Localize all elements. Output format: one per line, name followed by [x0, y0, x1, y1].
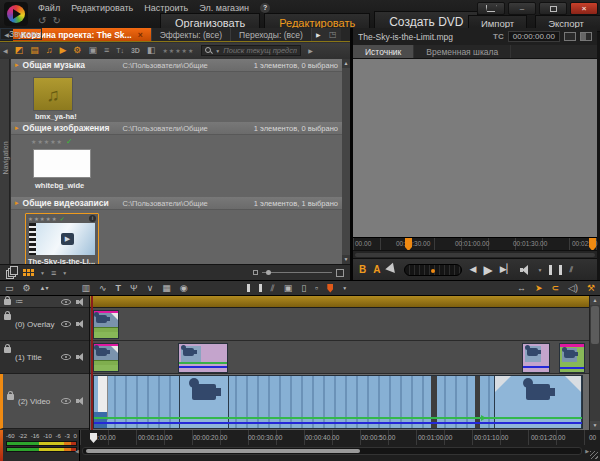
rating-stars-icon[interactable]: ★★★★★ — [31, 138, 63, 145]
zoom-in-icon[interactable] — [336, 269, 344, 277]
video-transition-clip[interactable] — [494, 376, 582, 428]
split-clip-icon[interactable]: ⫽ — [569, 266, 573, 274]
a-roll-button[interactable]: A — [373, 264, 380, 275]
loop-icon[interactable]: ⊂ — [551, 284, 559, 293]
toolbar-back-icon[interactable]: ◀ — [3, 48, 8, 54]
camera-snapshot-icon[interactable]: ▣ — [284, 284, 293, 293]
gear-icon[interactable]: ⚙ — [23, 284, 31, 293]
image-item-thumbnail[interactable] — [33, 149, 91, 178]
scroll-left-icon[interactable]: ◀ — [75, 448, 79, 455]
search-icon[interactable] — [205, 47, 212, 54]
audio-mixer-icon[interactable]: ▥ — [82, 284, 91, 293]
tab-transitions[interactable]: Переходы: (все) — [231, 28, 312, 41]
speaker-icon[interactable] — [76, 320, 85, 328]
trash-icon[interactable]: ▯ — [301, 284, 306, 293]
preview-screen[interactable] — [353, 59, 597, 237]
film-icon[interactable]: ▦ — [162, 284, 171, 293]
rating-stars-icon[interactable]: ★★★★★ — [28, 216, 58, 222]
search-input[interactable] — [223, 46, 297, 55]
track-header-video[interactable]: (2) Video — [0, 374, 89, 429]
minimize-button[interactable]: – — [508, 2, 536, 15]
timeline-vscrollbar[interactable]: ▲ ▼ — [589, 296, 600, 430]
play-overlay-icon[interactable]: ▶ — [61, 233, 74, 245]
preview-scrollbar[interactable] — [353, 250, 597, 258]
tag-filter-icon[interactable]: ◧ — [147, 46, 156, 55]
search-expand-icon[interactable]: ▶ — [308, 48, 313, 54]
track-header-title[interactable]: (1) Title — [0, 341, 89, 374]
magnet-snap-icon[interactable]: ∿ — [99, 284, 107, 293]
speaker-icon[interactable] — [76, 353, 85, 361]
lock-icon[interactable] — [4, 299, 11, 305]
navigation-strip[interactable]: Navigation — [0, 59, 10, 264]
scroll-up-icon[interactable]: ▲ — [590, 296, 600, 305]
thumbnail-view-dropdown-icon[interactable]: ▼ — [40, 270, 45, 276]
voiceover-mic-icon[interactable]: Ψ — [130, 284, 138, 293]
title-clip-1[interactable] — [93, 343, 119, 372]
title-clip-2[interactable] — [178, 343, 228, 373]
lock-icon[interactable] — [7, 394, 14, 400]
title-editor-icon[interactable]: T — [116, 284, 122, 293]
volume-keyframe-line[interactable] — [94, 417, 582, 419]
opacity-line[interactable] — [94, 422, 582, 424]
track-size-dropdown-icon[interactable]: ▲▾ — [40, 285, 49, 291]
next-frame-button[interactable]: ▶▏ — [500, 265, 514, 274]
projects-icon[interactable]: ⚙ — [73, 46, 81, 55]
3d-filter-icon[interactable]: 3D — [131, 47, 140, 54]
grab-frame-icon[interactable]: ▫ — [315, 284, 318, 293]
timeline-hscrollbar[interactable]: ◀ ▶ — [82, 447, 582, 455]
scroll-right-icon[interactable]: ▶ — [585, 448, 589, 455]
lock-icon[interactable] — [4, 347, 11, 353]
wrench-settings-icon[interactable]: ⚒ — [587, 284, 595, 293]
photos-icon[interactable]: ▤ — [30, 46, 39, 55]
lane-overlay[interactable] — [90, 308, 589, 341]
disc-menu-icon[interactable]: ◉ — [180, 284, 188, 293]
import-media-icon[interactable]: ◩ — [15, 46, 24, 55]
vscroll-handle[interactable] — [591, 306, 599, 344]
view-options-icon[interactable]: ≡ — [104, 46, 109, 55]
menu-file[interactable]: Файл — [38, 3, 60, 13]
timeline-scrub-bar[interactable] — [90, 296, 589, 308]
timeline-playhead[interactable] — [91, 296, 93, 430]
eye-icon[interactable] — [61, 398, 71, 404]
undo-icon[interactable]: ↺ — [38, 15, 46, 26]
scroll-up-icon[interactable]: ▲ — [342, 59, 350, 68]
dual-preview-icon[interactable] — [580, 32, 592, 41]
zoom-out-icon[interactable] — [253, 270, 258, 275]
lane-title[interactable] — [90, 341, 589, 374]
track-header-overlay[interactable]: (0) Overlay — [0, 308, 89, 341]
speaker-icon[interactable] — [76, 397, 85, 405]
tab-timeline-preview[interactable]: Временная шкала — [414, 45, 511, 58]
tab-source[interactable]: Источник — [353, 45, 414, 58]
info-icon[interactable]: i — [89, 215, 96, 222]
close-button[interactable]: × — [570, 2, 598, 15]
scenes-icon[interactable] — [6, 267, 17, 279]
videos-icon[interactable]: ▶ — [59, 46, 66, 55]
list-view-dropdown-icon[interactable]: ▼ — [62, 270, 67, 276]
overlay-clip[interactable] — [93, 310, 119, 339]
tab-effects[interactable]: Эффекты: (все) — [152, 28, 231, 41]
thumbnail-view-button[interactable] — [23, 269, 34, 276]
send-to-timeline-icon[interactable]: ➤ — [535, 284, 543, 293]
lane-video[interactable] — [90, 374, 589, 430]
add-marker-icon[interactable] — [327, 284, 333, 293]
library-scrollbar[interactable]: ▲ ▼ — [342, 59, 350, 264]
menu-edit[interactable]: Редактировать — [71, 3, 133, 13]
track-list-icon[interactable]: ≔ — [15, 297, 23, 306]
timeline-settings-icon[interactable]: ▭ — [5, 284, 14, 293]
popout-icon[interactable]: ◳ — [325, 28, 341, 41]
timeline-ruler[interactable]: 0:00.00 00:00:10.00 00:00:20.00 00:00:30… — [80, 430, 600, 445]
tab-scroll-right-icon[interactable]: ▶ — [312, 28, 325, 41]
browse-folder-icon[interactable]: ▣ — [88, 46, 97, 55]
section-header-videos[interactable]: ▸ Общие видеозаписи C:\Пользователи\Общи… — [11, 197, 342, 210]
eye-icon[interactable] — [61, 321, 71, 327]
list-view-button[interactable]: ≡ — [51, 268, 56, 278]
tab-sound[interactable]: Звуковые — [0, 28, 42, 40]
video-item-selected[interactable]: ★★★★★ ✓ i ▶ The-Sky-is-the-Li... — [25, 213, 99, 264]
section-expand-icon[interactable]: ▸ — [15, 124, 19, 132]
maximize-button[interactable] — [539, 2, 567, 15]
trim-out-icon[interactable] — [259, 284, 262, 292]
b-roll-button[interactable]: B — [359, 264, 366, 275]
eye-icon[interactable] — [61, 299, 71, 305]
hscroll-handle[interactable] — [86, 449, 360, 453]
timeline-lanes[interactable] — [90, 296, 589, 430]
